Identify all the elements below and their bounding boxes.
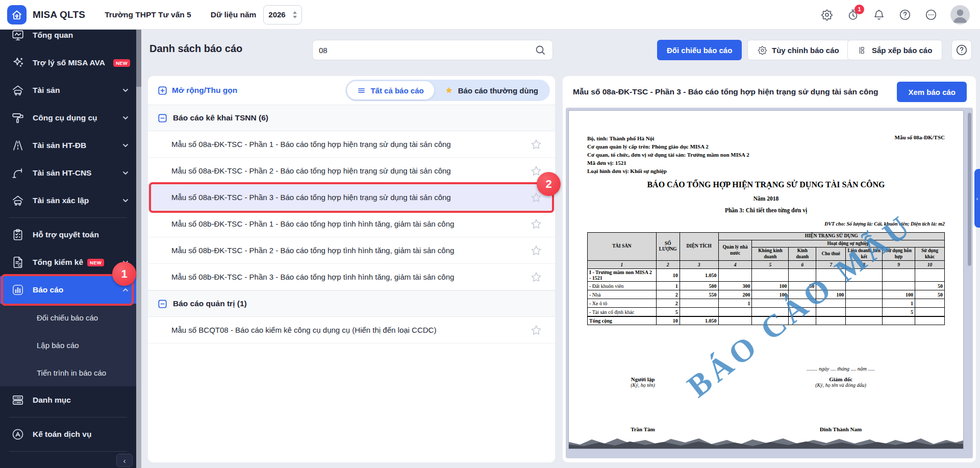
sparkles-icon — [11, 56, 24, 69]
doc-org-line: Mã đơn vị: 1521 — [587, 159, 749, 167]
favorite-star-icon[interactable] — [530, 244, 543, 257]
preview-scrollbar-thumb[interactable] — [968, 113, 971, 266]
sidebar-item-tai-san-xac-lap[interactable]: Tài sản xác lập — [0, 187, 136, 214]
list-toolbar: Mở rộng/Thu gọn Tất cả báo cáo Báo cáo t… — [148, 76, 555, 105]
sidebar-item-tai-san-ht-db[interactable]: Tài sản HT-ĐB — [0, 132, 136, 159]
year-stepper[interactable] — [293, 11, 297, 18]
col-header: Sử dụng hỗn hợp — [883, 248, 915, 261]
sidebar-collapse-button[interactable]: ‹ — [116, 454, 133, 467]
sidebar-item-tai-san[interactable]: Tài sản — [0, 77, 136, 104]
customize-report-button[interactable]: Tùy chỉnh báo cáo — [747, 40, 849, 60]
signer-title: Người lập — [599, 376, 686, 382]
more-options-icon[interactable] — [924, 8, 938, 21]
submenu-item-doi-chieu-bao-cao[interactable]: Đối chiếu báo cáo — [0, 304, 136, 331]
sidebar-item-cong-cu-dung-cu[interactable]: Công cụ dụng cụ — [0, 104, 136, 132]
col-header-group: HIỆN TRẠNG SỬ DỤNG — [718, 233, 944, 240]
favorite-star-icon[interactable] — [530, 217, 543, 231]
col-header: DIỆN TÍCH — [680, 233, 718, 261]
section-title: Báo cáo quản trị (1) — [173, 299, 247, 308]
compare-reports-button[interactable]: Đối chiếu báo cáo — [657, 40, 742, 60]
sidebar-item-tro-ly-misa-ava[interactable]: Trợ lý số MISA AVA NEW — [0, 49, 136, 77]
report-row-08b-phan1[interactable]: Mẫu số 08b-ĐK-TSC - Phần 1 - Báo cáo tổn… — [148, 211, 555, 237]
data-year-label: Dữ liệu năm — [211, 10, 257, 19]
report-row-08a-phan2[interactable]: Mẫu số 08a-ĐK-TSC - Phần 2 - Báo cáo tổn… — [148, 158, 555, 184]
report-row-08b-phan3[interactable]: Mẫu số 08b-ĐK-TSC - Phần 3 - Báo cáo tổn… — [148, 264, 555, 290]
doc-org-line: Bộ, tỉnh: Thành phố Hà Nội — [587, 134, 749, 142]
panel-expand-handle[interactable]: ‹ — [974, 169, 980, 228]
document-org-block: Bộ, tỉnh: Thành phố Hà Nội Cơ quan quản … — [587, 134, 749, 175]
favorite-star-icon[interactable] — [530, 324, 543, 337]
main-area: Danh sách báo cáo Đối chiếu báo cáo Tùy … — [141, 30, 980, 468]
app-logo-icon[interactable] — [7, 5, 27, 24]
button-label: Sắp xếp báo cáo — [872, 46, 932, 55]
sidebar-item-tai-san-ht-cns[interactable]: Tài sản HT-CNS — [0, 159, 136, 187]
sidebar-item-label: Tài sản xác lập — [33, 196, 89, 205]
asset-house-icon — [11, 84, 24, 97]
view-report-button[interactable]: Xem báo cáo — [897, 82, 967, 102]
collapse-minus-icon[interactable] — [158, 300, 167, 308]
section-header-quan-tri[interactable]: Báo cáo quản trị (1) — [148, 290, 555, 317]
col-header: SỐ LƯỢNG — [656, 233, 680, 261]
sidebar-scrollbar[interactable] — [136, 30, 141, 468]
doc-title: BÁO CÁO TỔNG HỢP HIỆN TRẠNG SỬ DỤNG TÀI … — [569, 180, 963, 189]
section-title: Báo cáo kê khai TSNN (6) — [173, 113, 268, 122]
favorite-star-icon[interactable] — [530, 138, 543, 151]
signer-name-left: Trần Tâm — [599, 426, 686, 432]
report-search-box[interactable] — [312, 40, 553, 60]
submenu-item-lap-bao-cao[interactable]: Lập báo cáo — [0, 331, 136, 359]
collapse-minus-icon[interactable] — [158, 114, 167, 122]
tab-all-reports[interactable]: Tất cả báo cáo — [347, 81, 434, 100]
gear-icon — [758, 45, 767, 55]
col-number: 8 — [846, 261, 883, 269]
settings-gear-icon[interactable] — [820, 8, 834, 21]
page-help-button[interactable] — [951, 40, 972, 60]
tab-frequent-reports[interactable]: Báo cáo thường dùng — [434, 81, 548, 100]
favorite-star-icon[interactable] — [530, 270, 543, 284]
col-header: TÀI SẢN — [588, 233, 657, 261]
organization-name[interactable]: Trường THPT Tư vấn 5 — [105, 10, 191, 19]
sidebar-item-ho-tro-quyet-toan[interactable]: Hỗ trợ quyết toán — [0, 221, 136, 249]
sort-layout-icon — [858, 45, 867, 55]
sidebar-item-tong-quan[interactable]: Tổng quan — [0, 30, 136, 49]
dashboard-icon — [11, 30, 24, 42]
search-input[interactable] — [319, 46, 534, 55]
report-filter-tabs: Tất cả báo cáo Báo cáo thường dùng — [345, 80, 550, 101]
sidebar-item-ke-toan-dich-vu[interactable]: Kế toán dịch vụ — [0, 421, 136, 448]
sidebar-scrollbar-thumb[interactable] — [136, 30, 141, 87]
col-number: 5 — [752, 261, 789, 269]
year-select[interactable]: 2026 — [263, 5, 302, 24]
col-number: 1 — [588, 261, 657, 269]
asset-house-icon — [11, 194, 24, 207]
report-document-preview: Bộ, tỉnh: Thành phố Hà Nội Cơ quan quản … — [569, 111, 963, 449]
expand-collapse-toggle[interactable]: Mở rộng/Thu gọn — [158, 86, 237, 95]
doc-year: Năm 2018 — [569, 195, 963, 202]
doc-org-line: Cơ quan, tổ chức, đơn vị sử dụng tài sản… — [587, 151, 749, 159]
chevron-down-icon — [122, 142, 129, 149]
report-row-08a-phan3-selected[interactable]: Mẫu số 08a-ĐK-TSC - Phần 3 - Báo cáo tổn… — [148, 184, 555, 211]
report-row-08b-phan2[interactable]: Mẫu số 08b-ĐK-TSC - Phần 2 - Báo cáo tổn… — [148, 237, 555, 264]
sidebar-item-label: Tổng quan — [33, 31, 73, 40]
report-row-08a-phan1[interactable]: Mẫu số 08a-ĐK-TSC - Phần 1 - Báo cáo tổn… — [148, 131, 555, 158]
user-avatar[interactable] — [950, 5, 970, 24]
bell-icon[interactable] — [872, 8, 886, 21]
signer-name-right: Đinh Thành Nam — [790, 426, 892, 432]
sort-reports-button[interactable]: Sắp xếp báo cáo — [847, 40, 942, 60]
report-row-bcqt08[interactable]: Mẫu số BCQT08 - Báo cáo kiểm kê công cụ … — [148, 317, 555, 343]
search-icon[interactable] — [534, 44, 546, 56]
doc-org-line: Loại hình đơn vị: Khối sự nghiệp — [587, 167, 749, 175]
section-header-ke-khai-tsnn[interactable]: Báo cáo kê khai TSNN (6) — [148, 105, 555, 131]
history-clock-icon[interactable]: 1 — [846, 8, 860, 21]
report-preview-panel: Mẫu số 08a-ĐK-TSC - Phần 3 - Báo cáo tổn… — [563, 76, 976, 462]
help-icon[interactable] — [898, 8, 912, 21]
signer-note: (Ký, họ tên và đóng dấu) — [790, 382, 892, 388]
sidebar-item-label: Tài sản HT-ĐB — [33, 141, 86, 150]
submenu-item-tien-trinh-in-bao-cao[interactable]: Tiến trình in báo cáo — [0, 359, 136, 386]
chevron-down-icon — [122, 197, 129, 204]
button-label: Xem báo cáo — [908, 88, 956, 96]
preview-body: Bộ, tỉnh: Thành phố Hà Nội Cơ quan quản … — [566, 108, 973, 458]
doc-unit-note: ĐVT cho: Số lượng là: Cái, khuôn viên; D… — [824, 221, 945, 227]
sidebar-item-danh-muc[interactable]: Danh mục — [0, 386, 136, 414]
col-header: Kinh doanh — [789, 248, 816, 261]
preview-title: Mẫu số 08a-ĐK-TSC - Phần 3 - Báo cáo tổn… — [573, 87, 878, 96]
tab-label: Tất cả báo cáo — [370, 86, 423, 95]
